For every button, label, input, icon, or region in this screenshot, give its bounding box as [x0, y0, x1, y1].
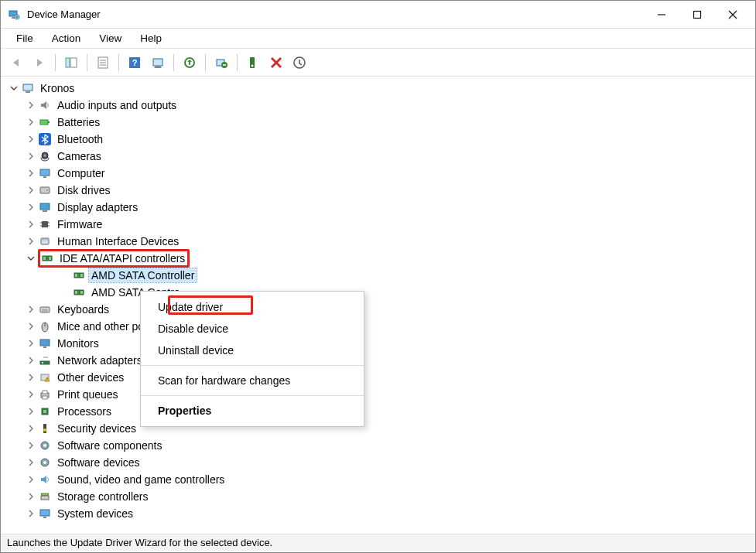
tree-label[interactable]: Bluetooth: [55, 132, 105, 146]
tree-node[interactable]: Software devices: [9, 454, 754, 471]
chevron-right-icon[interactable]: [26, 236, 36, 247]
tree-label[interactable]: IDE ATA/ATAPI controllers: [57, 251, 187, 265]
tree-label[interactable]: Software components: [55, 439, 164, 452]
enable-device-button[interactable]: [242, 52, 264, 73]
tree-node[interactable]: AMD SATA Controller: [9, 267, 754, 284]
menu-help[interactable]: Help: [132, 31, 169, 46]
tree-node[interactable]: Network adapters: [9, 352, 754, 369]
chevron-right-icon[interactable]: [26, 474, 36, 485]
tree-label[interactable]: Display adapters: [55, 200, 140, 214]
tree-label[interactable]: Disk drives: [55, 183, 112, 197]
tree-label[interactable]: Network adapters: [55, 353, 145, 367]
tree-node[interactable]: Processors: [9, 403, 754, 420]
tree-node[interactable]: Computer: [9, 165, 754, 182]
chevron-down-icon[interactable]: [26, 253, 36, 264]
tree-label[interactable]: Security devices: [55, 422, 139, 435]
tree-node[interactable]: Security devices: [9, 420, 754, 437]
chevron-right-icon[interactable]: [26, 151, 36, 162]
context-menu-item[interactable]: Disable device: [141, 318, 364, 340]
show-hide-tree-button[interactable]: [60, 52, 82, 73]
device-tree[interactable]: KronosAudio inputs and outputsBatteriesB…: [2, 77, 754, 532]
tree-node[interactable]: Print queues: [9, 386, 754, 403]
tree-node[interactable]: AMD SATA Controller: [9, 284, 754, 301]
scan-hardware-button[interactable]: [147, 52, 169, 73]
tree-label[interactable]: Computer: [55, 166, 107, 180]
tree-label[interactable]: Mice and other pointing devices: [55, 319, 146, 333]
tree-label[interactable]: Processors: [55, 405, 114, 418]
chevron-right-icon[interactable]: [26, 219, 36, 230]
chevron-right-icon[interactable]: [26, 372, 36, 383]
tree-label[interactable]: Monitors: [55, 336, 101, 350]
tree-node[interactable]: Bluetooth: [9, 131, 754, 148]
maximize-button[interactable]: [679, 3, 715, 26]
tree-label[interactable]: Firmware: [55, 217, 104, 231]
tree-node[interactable]: Keyboards: [9, 301, 754, 318]
forward-button[interactable]: [29, 52, 50, 73]
menu-file[interactable]: File: [9, 31, 41, 46]
chevron-right-icon[interactable]: [26, 100, 36, 111]
chevron-right-icon[interactable]: [26, 491, 36, 502]
menu-view[interactable]: View: [91, 31, 129, 46]
chevron-right-icon[interactable]: [26, 355, 36, 366]
tree-label[interactable]: AMD SATA Controller: [89, 268, 197, 282]
tree-label[interactable]: System devices: [55, 507, 135, 521]
tree-node[interactable]: Cameras: [9, 148, 754, 165]
tree-label[interactable]: Human Interface Devices: [55, 234, 181, 248]
chevron-right-icon[interactable]: [26, 389, 36, 400]
tree-label[interactable]: Sound, video and game controllers: [55, 473, 227, 486]
tree-node[interactable]: Storage controllers: [9, 488, 754, 505]
tree-node[interactable]: Display adapters: [9, 199, 754, 216]
tree-label[interactable]: Other devices: [55, 370, 126, 384]
chevron-right-icon[interactable]: [26, 202, 36, 213]
back-button[interactable]: [5, 52, 27, 73]
chevron-down-icon[interactable]: [9, 83, 19, 94]
chevron-right-icon[interactable]: [26, 117, 36, 128]
context-menu-item[interactable]: Update driver: [141, 296, 364, 318]
tree-node[interactable]: System devices: [9, 505, 754, 522]
tree-node[interactable]: Audio inputs and outputs: [9, 97, 754, 114]
tree-label[interactable]: Storage controllers: [55, 490, 151, 504]
chevron-right-icon[interactable]: [26, 423, 36, 434]
tree-node[interactable]: Batteries: [9, 114, 754, 131]
tree-label[interactable]: Cameras: [55, 149, 104, 163]
minimize-button[interactable]: [644, 3, 679, 26]
chevron-right-icon[interactable]: [26, 185, 36, 196]
tree-node[interactable]: Monitors: [9, 335, 754, 352]
tree-node[interactable]: Mice and other pointing devices: [9, 318, 754, 335]
chevron-right-icon[interactable]: [26, 338, 36, 349]
tree-node[interactable]: !Other devices: [9, 369, 754, 386]
tree-label[interactable]: Print queues: [55, 387, 121, 401]
tree-node[interactable]: Disk drives: [9, 182, 754, 199]
close-button[interactable]: [715, 3, 751, 26]
tree-node[interactable]: IDE ATA/ATAPI controllers: [9, 250, 754, 267]
keyboard-icon: [38, 302, 52, 316]
tree-label[interactable]: Keyboards: [55, 302, 111, 316]
add-legacy-button[interactable]: [289, 52, 310, 73]
tree-node[interactable]: Sound, video and game controllers: [9, 471, 754, 488]
tree-node[interactable]: Firmware: [9, 216, 754, 233]
uninstall-button[interactable]: [210, 52, 232, 73]
chevron-right-icon[interactable]: [26, 457, 36, 468]
tree-label[interactable]: Kronos: [38, 81, 77, 95]
tree-label[interactable]: Audio inputs and outputs: [55, 98, 179, 112]
properties-button[interactable]: [92, 52, 114, 73]
chevron-right-icon[interactable]: [26, 168, 36, 179]
context-menu-item[interactable]: Uninstall device: [141, 340, 364, 361]
context-menu-item[interactable]: Properties: [141, 400, 364, 422]
tree-node[interactable]: Kronos: [9, 80, 754, 97]
tree-node[interactable]: Software components: [9, 437, 754, 454]
disable-device-button[interactable]: [265, 52, 287, 73]
chevron-right-icon[interactable]: [26, 406, 36, 417]
tree-label[interactable]: Batteries: [55, 115, 102, 129]
chevron-right-icon[interactable]: [26, 440, 36, 451]
chevron-right-icon[interactable]: [26, 321, 36, 332]
tree-label[interactable]: Software devices: [55, 456, 142, 469]
tree-node[interactable]: Human Interface Devices: [9, 233, 754, 250]
context-menu-item[interactable]: Scan for hardware changes: [141, 370, 364, 391]
help-button[interactable]: ?: [124, 52, 145, 73]
chevron-right-icon[interactable]: [26, 508, 36, 519]
chevron-right-icon[interactable]: [26, 134, 36, 145]
menu-action[interactable]: Action: [44, 31, 89, 46]
chevron-right-icon[interactable]: [26, 304, 36, 315]
update-driver-button[interactable]: [179, 52, 200, 73]
